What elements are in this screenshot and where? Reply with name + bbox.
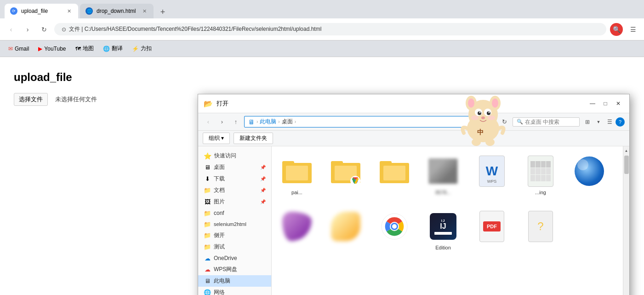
back-button[interactable]: ‹ (5, 23, 17, 36)
sidebar-item-thispc[interactable]: 🖥 此电脑 (198, 275, 271, 287)
scrollbar-thumb[interactable] (624, 156, 629, 174)
file-item-blob-yellow[interactable] (325, 206, 366, 254)
file-item-wps-w[interactable]: W WPS (471, 151, 513, 199)
bookmark-leetcode-label: 力扣 (141, 45, 152, 52)
tab-favicon-1: ⟳ (10, 7, 17, 15)
translate-icon: 🌐 (103, 46, 110, 52)
file-item-blob-blue[interactable] (569, 151, 610, 199)
view-help[interactable]: ? (616, 117, 625, 127)
dialog-search-input[interactable] (525, 119, 576, 125)
sidebar-item-documents[interactable]: 📁 文档 📌 (198, 185, 271, 196)
bookmark-leetcode[interactable]: ⚡ 力扣 (128, 43, 155, 54)
account-button[interactable]: ☰ (627, 23, 639, 36)
sidebar-item-onedrive[interactable]: ☁ OneDrive (198, 253, 271, 264)
blob-yellow-icon (329, 210, 362, 243)
scrollbar-track (623, 155, 629, 295)
organize-button[interactable]: 组织 ▾ (203, 133, 230, 144)
breadcrumb-bar: 🖥 › 此电脑 › 桌面 › (244, 116, 482, 127)
file-item-pdf[interactable]: PDF (471, 206, 513, 254)
dialog-action-bar: 组织 ▾ 新建文件夹 (198, 131, 629, 146)
sidebar-item-selenium[interactable]: 📁 selenium2html (198, 219, 271, 230)
sidebar-item-wps-cloud[interactable]: ☁ WPS网盘 (198, 264, 271, 275)
dialog-toolbar: ‹ › ↑ 🖥 › 此电脑 › 桌面 › ▼ ↻ 🔍 (198, 113, 629, 131)
file-item-ij[interactable]: IJ IJ Edition (422, 206, 464, 254)
tab-favicon-2: 🌐 (85, 7, 93, 15)
tab-title-1: upload_file (21, 8, 62, 14)
bookmark-gmail[interactable]: ✉ Gmail (5, 44, 33, 54)
view-dropdown[interactable]: ▼ (593, 117, 604, 127)
chrome-mini-icon (350, 176, 360, 186)
bookmark-youtube[interactable]: ▶ YouTube (34, 44, 69, 54)
dialog-folder-icon: 📂 (204, 99, 213, 108)
tab-drop-down[interactable]: 🌐 drop_down.html ✕ (80, 4, 154, 18)
search-icon: 🔍 (517, 119, 523, 125)
address-bar: ‹ › ↻ ⊙ 文件 | C:/Users/HASEE/Documents/Te… (0, 18, 644, 40)
chrome-folder-icon (329, 155, 362, 188)
files-scroll-container: pai... (272, 146, 629, 295)
plain-folder-icon (378, 155, 411, 188)
file-name-photo: 8578... (435, 190, 451, 195)
file-item-chrome-folder[interactable] (325, 151, 366, 199)
folder-pai-icon (280, 155, 313, 188)
thispc-icon: 🖥 (204, 278, 211, 285)
extensions-button[interactable]: 🔍 (610, 23, 623, 36)
gmail-icon: ✉ (8, 46, 13, 52)
file-item-photo[interactable]: 8578... (422, 151, 464, 199)
dialog-forward-button[interactable]: › (217, 116, 228, 127)
scrollbar-up-button[interactable]: ▲ (623, 146, 629, 155)
dialog-back-button[interactable]: ‹ (203, 116, 214, 127)
view-details[interactable]: ☰ (604, 117, 615, 127)
file-open-dialog: 📂 打开 — □ ✕ ‹ › ↑ 🖥 › 此电脑 › 桌面 (198, 94, 630, 295)
chrome-svg (381, 213, 408, 240)
page-content: upload_file 选择文件 未选择任何文件 📂 打开 — □ ✕ ‹ › … (0, 57, 644, 295)
choose-file-button[interactable]: 选择文件 (14, 93, 48, 106)
file-item-chrome[interactable] (374, 206, 415, 254)
file-item-spreadsheet[interactable]: ...ing (520, 151, 561, 199)
bookmark-gmail-label: Gmail (15, 46, 29, 52)
breadcrumb-this-pc[interactable]: 此电脑 (260, 118, 276, 126)
bookmark-translate[interactable]: 🌐 翻译 (99, 43, 126, 54)
dialog-close-button[interactable]: ✕ (613, 98, 624, 109)
bookmark-youtube-label: YouTube (44, 46, 66, 52)
forward-button[interactable]: › (21, 23, 34, 36)
dialog-maximize-button[interactable]: □ (600, 98, 611, 109)
view-large-icons[interactable]: ⊞ (582, 117, 593, 127)
desktop-icon: 🖥 (204, 164, 211, 171)
dialog-refresh-button[interactable]: ↻ (499, 116, 510, 127)
sidebar-item-network[interactable]: 🌐 网络 (198, 287, 271, 295)
sidebar-item-cekai[interactable]: 📁 侧开 (198, 230, 271, 241)
blob-blue-icon (573, 155, 606, 188)
breadcrumb-sep-3: › (295, 119, 296, 124)
sidebar-item-ceshi[interactable]: 📁 测试 (198, 241, 271, 253)
file-item-pai[interactable]: pai... (276, 151, 318, 199)
blob-purple-icon (280, 210, 313, 243)
breadcrumb-desktop[interactable]: 桌面 (282, 118, 293, 126)
new-folder-button[interactable]: 新建文件夹 (234, 133, 273, 144)
sidebar-item-downloads[interactable]: ⬇ 下载 📌 (198, 173, 271, 185)
sidebar-item-pictures[interactable]: 🖼 图片 📌 (198, 196, 271, 208)
onedrive-icon: ☁ (204, 255, 211, 262)
tab-title-2: drop_down.html (97, 8, 137, 14)
svg-rect-4 (331, 161, 343, 166)
tab-close-1[interactable]: ✕ (65, 7, 73, 15)
reload-button[interactable]: ↻ (38, 23, 51, 36)
tab-close-2[interactable]: ✕ (141, 7, 148, 15)
new-tab-button[interactable]: + (156, 6, 169, 18)
sidebar-item-desktop[interactable]: 🖥 桌面 📌 (198, 162, 271, 173)
file-item-unknown[interactable]: ? (520, 206, 561, 254)
svg-rect-10 (383, 166, 405, 180)
folder-svg (282, 159, 312, 183)
dialog-minimize-button[interactable]: — (587, 98, 598, 109)
unknown-file-icon: ? (524, 210, 557, 243)
breadcrumb-dropdown-button[interactable]: ▼ (485, 116, 496, 127)
dialog-scrollbar[interactable]: ▲ ▼ (623, 146, 629, 295)
tab-upload-file[interactable]: ⟳ upload_file ✕ (5, 4, 78, 18)
dialog-sidebar: ⭐ 快速访问 🖥 桌面 📌 ⬇ 下载 📌 📁 (198, 146, 272, 295)
file-item-blob-purple[interactable] (276, 206, 318, 254)
dialog-up-button[interactable]: ↑ (230, 116, 241, 127)
address-input-bar[interactable]: ⊙ 文件 | C:/Users/HASEE/Documents/Tencent%… (54, 23, 606, 35)
sidebar-item-conf[interactable]: 📁 conf (198, 208, 271, 219)
breadcrumb-folder-icon: 🖥 (248, 118, 255, 126)
file-item-plain-folder[interactable] (374, 151, 415, 199)
bookmark-maps[interactable]: 🗺 地图 (72, 43, 97, 54)
